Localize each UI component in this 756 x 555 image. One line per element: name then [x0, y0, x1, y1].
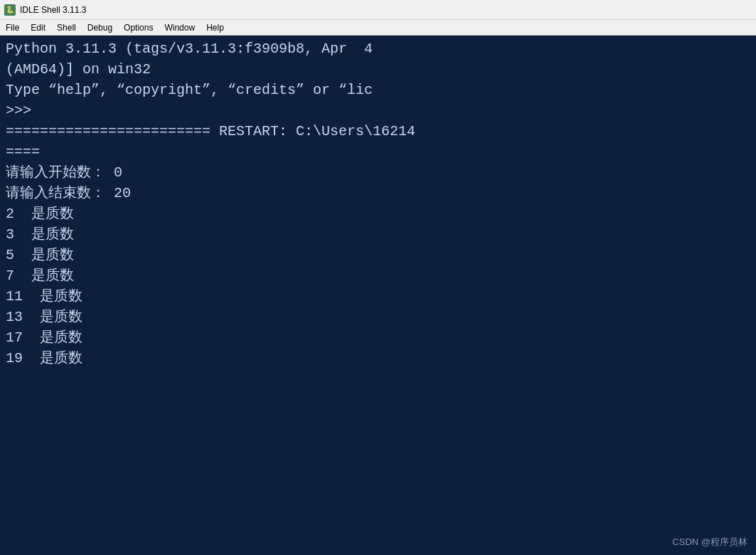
prompt-symbol: >>>	[6, 100, 31, 121]
result-1: 3 是质数	[6, 224, 750, 245]
result-3: 7 是质数	[6, 265, 750, 286]
title-bar-text: IDLE Shell 3.11.3	[20, 5, 86, 15]
python-version-line2: (AMD64)] on win32	[6, 59, 750, 80]
title-bar: 🐍 IDLE Shell 3.11.3	[0, 0, 756, 20]
result-5: 13 是质数	[6, 307, 750, 327]
shell-content: Python 3.11.3 (tags/v3.11.3:f3909b8, Apr…	[0, 36, 756, 555]
result-6: 17 是质数	[6, 327, 750, 348]
menu-shell[interactable]: Shell	[51, 22, 82, 33]
restart-line1: ======================== RESTART: C:\Use…	[6, 121, 750, 142]
restart-line2: ====	[6, 142, 750, 162]
app-icon: 🐍	[4, 4, 16, 16]
result-2: 5 是质数	[6, 245, 750, 265]
menu-debug[interactable]: Debug	[82, 22, 118, 33]
python-version-line1: Python 3.11.3 (tags/v3.11.3:f3909b8, Apr…	[6, 38, 750, 59]
result-0: 2 是质数	[6, 204, 750, 224]
menu-bar: File Edit Shell Debug Options Window Hel…	[0, 20, 756, 36]
input-end: 请输入结束数： 20	[6, 183, 750, 204]
python-version-line3: Type “help”, “copyright”, “credits” or “…	[6, 80, 750, 100]
menu-window[interactable]: Window	[159, 22, 201, 33]
prompt-line: >>>	[6, 100, 750, 121]
menu-help[interactable]: Help	[201, 22, 230, 33]
menu-file[interactable]: File	[0, 22, 25, 33]
menu-options[interactable]: Options	[118, 22, 159, 33]
menu-edit[interactable]: Edit	[25, 22, 51, 33]
result-4: 11 是质数	[6, 286, 750, 307]
watermark: CSDN @程序员林	[672, 536, 747, 549]
result-7: 19 是质数	[6, 348, 750, 369]
input-start: 请输入开始数： 0	[6, 162, 750, 183]
